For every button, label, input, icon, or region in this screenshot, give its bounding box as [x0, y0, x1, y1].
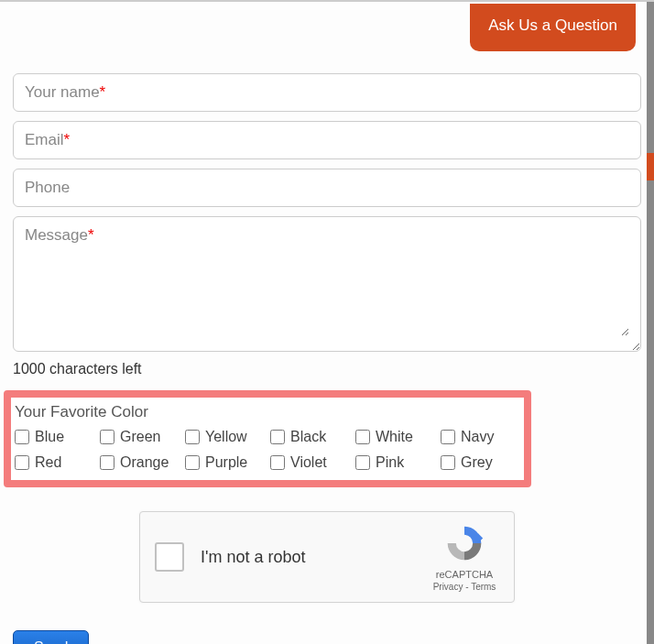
contact-form: Your name* Email* Phone Message* 1000 ch… [0, 2, 654, 644]
color-checkbox[interactable] [100, 455, 114, 470]
recaptcha-icon [444, 523, 485, 563]
send-button-label: Send [34, 639, 68, 644]
color-option-navy[interactable]: Navy [441, 429, 520, 445]
color-option-orange[interactable]: Orange [100, 454, 180, 471]
recaptcha-logo-block: reCAPTCHA Privacy - Terms [428, 523, 501, 592]
color-checkbox[interactable] [185, 430, 200, 444]
color-label: Blue [35, 429, 64, 445]
color-checkbox[interactable] [185, 455, 200, 470]
color-label: Red [35, 454, 61, 471]
recaptcha-widget: I'm not a robot reCAPTCHA Privacy - Term… [139, 511, 515, 603]
color-checkbox[interactable] [100, 430, 114, 444]
recaptcha-container: I'm not a robot reCAPTCHA Privacy - Term… [13, 511, 641, 603]
ask-question-label: Ask Us a Question [488, 16, 617, 34]
color-label: Yellow [205, 429, 247, 445]
color-option-blue[interactable]: Blue [15, 429, 94, 445]
email-input[interactable] [25, 131, 629, 149]
color-option-yellow[interactable]: Yellow [185, 429, 265, 445]
color-label: Navy [461, 429, 494, 445]
favorite-color-section: Your Favorite Color Blue Green Yellow Bl… [4, 390, 531, 487]
right-edge-bar [647, 2, 654, 644]
char-counter: 1000 characters left [13, 361, 641, 377]
color-checkbox-grid: Blue Green Yellow Black White Navy [15, 429, 520, 471]
phone-field-wrap: Phone [13, 169, 641, 207]
color-label: Black [290, 429, 326, 445]
color-label: Pink [376, 454, 404, 471]
color-label: Purple [205, 454, 247, 471]
color-option-purple[interactable]: Purple [185, 454, 265, 471]
color-checkbox[interactable] [355, 430, 370, 444]
phone-input[interactable] [25, 179, 629, 197]
recaptcha-checkbox[interactable] [155, 542, 184, 572]
color-option-red[interactable]: Red [15, 454, 94, 471]
color-option-pink[interactable]: Pink [355, 454, 435, 471]
message-textarea[interactable] [25, 226, 629, 336]
color-checkbox[interactable] [15, 455, 29, 470]
name-input[interactable] [25, 83, 629, 102]
color-checkbox[interactable] [15, 430, 29, 444]
recaptcha-label: I'm not a robot [201, 548, 306, 567]
email-field-wrap: Email* [13, 121, 641, 159]
color-option-green[interactable]: Green [100, 429, 180, 445]
color-label: Violet [290, 454, 327, 471]
color-option-black[interactable]: Black [270, 429, 350, 445]
color-option-grey[interactable]: Grey [441, 454, 520, 471]
message-field-wrap: Message* [13, 216, 641, 352]
recaptcha-brand: reCAPTCHA [428, 569, 501, 580]
favorite-color-label: Your Favorite Color [15, 403, 520, 421]
recaptcha-links[interactable]: Privacy - Terms [428, 582, 501, 592]
color-label: Grey [461, 454, 493, 471]
color-checkbox[interactable] [270, 430, 285, 444]
send-button[interactable]: Send [13, 630, 89, 644]
color-label: Orange [120, 454, 169, 471]
color-label: White [376, 429, 413, 445]
color-checkbox[interactable] [441, 455, 455, 470]
color-checkbox[interactable] [441, 430, 455, 444]
ask-question-button[interactable]: Ask Us a Question [470, 4, 636, 51]
color-label: Green [120, 429, 160, 445]
name-field-wrap: Your name* [13, 73, 641, 112]
color-checkbox[interactable] [270, 455, 285, 470]
color-option-white[interactable]: White [355, 429, 435, 445]
color-checkbox[interactable] [355, 455, 370, 470]
right-edge-accent [647, 153, 654, 180]
color-option-violet[interactable]: Violet [270, 454, 350, 471]
